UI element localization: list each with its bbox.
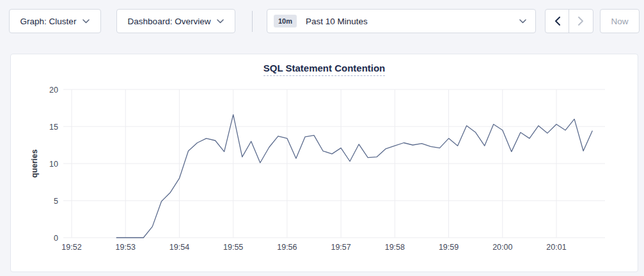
svg-text:20:01: 20:01 (546, 243, 566, 252)
svg-text:20:00: 20:00 (492, 243, 512, 252)
svg-text:10: 10 (49, 160, 58, 169)
dashboard-dropdown[interactable]: Dashboard: Overview (116, 9, 235, 33)
toolbar: Graph: Cluster Dashboard: Overview 10m P… (0, 0, 644, 42)
chart-card: SQL Statement Contention 0510152019:5219… (10, 54, 638, 272)
chevron-down-icon (217, 19, 224, 24)
chevron-down-icon (82, 19, 90, 24)
svg-text:15: 15 (49, 123, 58, 132)
svg-text:19:55: 19:55 (223, 243, 243, 252)
time-range-badge: 10m (274, 15, 297, 27)
svg-text:19:53: 19:53 (116, 243, 136, 252)
chevron-right-icon (578, 17, 584, 26)
svg-text:5: 5 (54, 197, 58, 206)
svg-text:19:58: 19:58 (385, 243, 405, 252)
now-button[interactable]: Now (600, 9, 640, 33)
time-range-label: Past 10 Minutes (306, 17, 519, 26)
chevron-down-icon (519, 19, 526, 24)
line-chart-canvas: 0510152019:5219:5319:5419:5519:5619:5719… (11, 54, 638, 272)
svg-text:19:54: 19:54 (169, 243, 189, 252)
svg-text:19:59: 19:59 (439, 243, 459, 252)
time-step-forward-button[interactable] (569, 10, 593, 33)
svg-text:19:56: 19:56 (277, 243, 297, 252)
svg-text:0: 0 (54, 234, 58, 243)
chart-title[interactable]: SQL Statement Contention (263, 63, 386, 76)
time-step-back-button[interactable] (546, 10, 569, 33)
toolbar-divider (252, 11, 253, 32)
graph-dropdown-label: Graph: Cluster (20, 17, 77, 26)
svg-text:19:52: 19:52 (61, 243, 81, 252)
graph-dropdown[interactable]: Graph: Cluster (9, 9, 101, 33)
chevron-left-icon (554, 17, 560, 26)
svg-text:19:57: 19:57 (331, 243, 350, 252)
svg-text:20: 20 (49, 86, 58, 95)
time-range-dropdown[interactable]: 10m Past 10 Minutes (267, 9, 536, 33)
dashboard-dropdown-label: Dashboard: Overview (128, 17, 211, 26)
time-step-button-group (545, 9, 593, 33)
svg-text:queries: queries (30, 150, 39, 178)
